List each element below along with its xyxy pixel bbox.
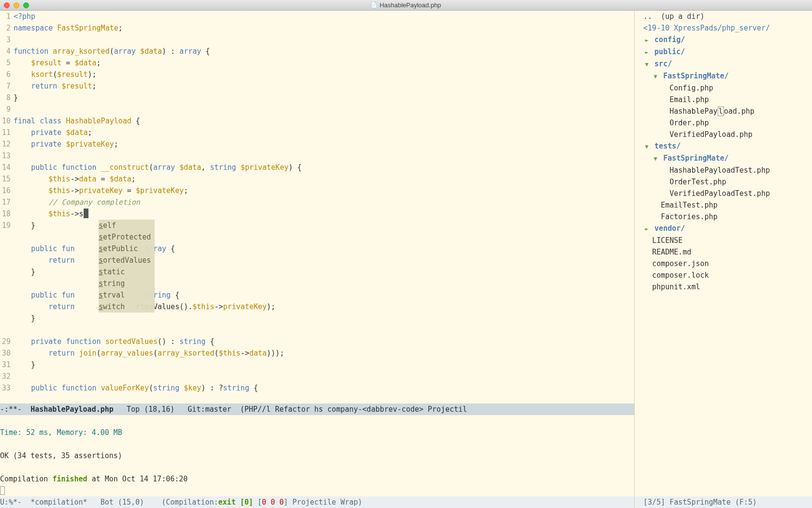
dired-item[interactable]: HashablePayload.php: [635, 105, 812, 117]
modeline-compilation: U:%*- *compilation* Bot (15,0) (Compilat…: [0, 496, 634, 508]
modeline-dired: [3/5] FastSpringMate (F:5): [635, 496, 812, 508]
dired-item[interactable]: Factories.php: [635, 211, 812, 223]
dired-item[interactable]: ► public/: [635, 46, 812, 58]
dired-item[interactable]: README.md: [635, 246, 812, 258]
line-gutter: 12345678910111213141516171819 2930313233: [0, 11, 14, 403]
code-editor[interactable]: 12345678910111213141516171819 2930313233…: [0, 11, 634, 403]
dired-item[interactable]: EmailTest.php: [635, 199, 812, 211]
dired-item[interactable]: ► vendor/: [635, 223, 812, 235]
dired-item[interactable]: Order.php: [635, 117, 812, 129]
dired-item[interactable]: VerifiedPayload.php: [635, 129, 812, 140]
dired-up[interactable]: .. (up a dir): [635, 11, 812, 22]
completion-item[interactable]: switch: [99, 301, 155, 313]
dired-item[interactable]: ▼ FastSpringMate/: [635, 152, 812, 164]
completion-popup[interactable]: selfsetProtectedsetPublicsortedValuessta…: [99, 220, 155, 313]
dired-item[interactable]: composer.lock: [635, 269, 812, 281]
compilation-finished: Compilation finished at Mon Oct 14 17:06…: [0, 475, 188, 483]
dired-item[interactable]: ► config/: [635, 34, 812, 46]
completion-item[interactable]: setProtected: [99, 231, 155, 243]
dired-item[interactable]: LICENSE: [635, 235, 812, 246]
dired-item[interactable]: phpunit.xml: [635, 281, 812, 293]
dired-item[interactable]: VerifiedPayloadTest.php: [635, 188, 812, 199]
window-title-text: HashablePayload.php: [379, 1, 441, 9]
completion-item[interactable]: self: [99, 220, 155, 231]
file-tree[interactable]: .. (up a dir) <19-10 XpressPads/php_serv…: [635, 11, 812, 496]
window-controls: [4, 2, 29, 8]
window-title: 📄 HashablePayload.php: [371, 1, 441, 9]
dired-item[interactable]: OrderTest.php: [635, 176, 812, 188]
file-icon: 📄: [371, 2, 377, 8]
cursor-box: [0, 486, 5, 495]
dired-item[interactable]: ▼ tests/: [635, 140, 812, 152]
dired-item[interactable]: Config.php: [635, 82, 812, 94]
dired-item[interactable]: ▼ FastSpringMate/: [635, 70, 812, 82]
dired-item[interactable]: Email.php: [635, 94, 812, 105]
completion-item[interactable]: strval: [99, 289, 155, 301]
compilation-buffer[interactable]: Time: 52 ms, Memory: 4.00 MB OK (34 test…: [0, 415, 634, 496]
titlebar: 📄 HashablePayload.php: [0, 0, 812, 11]
minimize-button[interactable]: [14, 2, 19, 8]
compilation-ok: OK (34 tests, 35 assertions): [0, 451, 122, 460]
completion-item[interactable]: static: [99, 266, 155, 278]
completion-item[interactable]: string: [99, 278, 155, 289]
dired-item[interactable]: HashablePayloadTest.php: [635, 164, 812, 176]
dired-root[interactable]: <19-10 XpressPads/php_server/: [635, 22, 812, 34]
dired-item[interactable]: composer.json: [635, 258, 812, 269]
modeline-main: -:**- HashablePayload.php Top (18,16) Gi…: [0, 403, 634, 415]
compilation-time: Time: 52 ms, Memory: 4.00 MB: [0, 428, 122, 437]
code-area[interactable]: <?phpnamespace FastSpringMate; function …: [14, 11, 634, 403]
dired-item[interactable]: ▼ src/: [635, 58, 812, 70]
close-button[interactable]: [4, 2, 10, 8]
completion-item[interactable]: sortedValues: [99, 254, 155, 266]
maximize-button[interactable]: [23, 2, 29, 8]
completion-item[interactable]: setPublic: [99, 243, 155, 254]
